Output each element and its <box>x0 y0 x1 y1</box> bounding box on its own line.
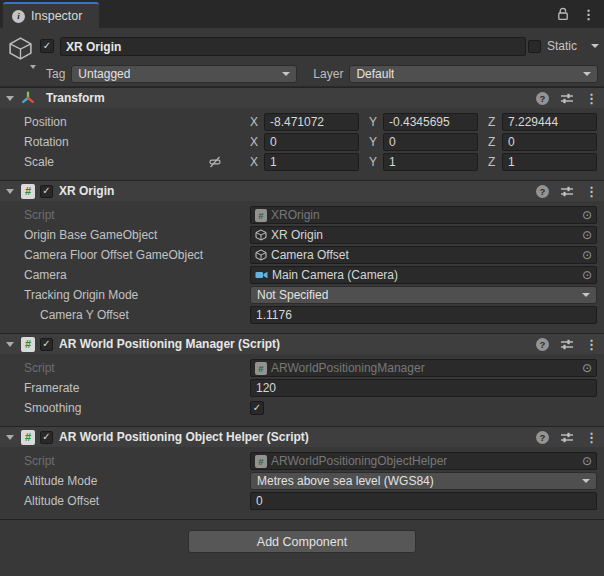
property-label: Script <box>0 361 250 375</box>
tag-label: Tag <box>46 67 65 81</box>
script-object-field[interactable]: # XROrigin ⊙ <box>250 206 597 224</box>
presets-icon[interactable] <box>560 339 574 350</box>
component-enabled-checkbox[interactable]: ✓ <box>40 338 53 351</box>
property-row-script: Script # ARWorldPositioningManager ⊙ <box>0 358 597 378</box>
script-icon: # <box>21 337 35 352</box>
property-label: Smoothing <box>0 401 250 415</box>
object-picker-icon[interactable]: ⊙ <box>582 269 592 281</box>
camera-y-offset-field[interactable] <box>250 306 597 324</box>
axis-z-label: Z <box>488 135 497 149</box>
property-row-framerate: Framerate <box>0 378 597 398</box>
scale-y-field[interactable] <box>383 153 478 171</box>
camera-object-field[interactable]: Main Camera (Camera) ⊙ <box>250 266 597 284</box>
static-dropdown-arrow[interactable] <box>591 44 599 48</box>
smoothing-checkbox[interactable]: ✓ <box>250 401 264 415</box>
property-row-camera-y-offset: Camera Y Offset <box>0 305 597 325</box>
transform-icon <box>20 90 36 106</box>
property-row-altitude-mode: Altitude Mode Metres above sea level (WG… <box>0 471 597 491</box>
kebab-menu-icon[interactable]: ⋮ <box>585 185 598 198</box>
static-checkbox[interactable] <box>528 40 541 53</box>
help-icon[interactable]: ? <box>536 431 549 444</box>
rotation-y-field[interactable] <box>383 133 478 151</box>
position-z-field[interactable] <box>502 113 597 131</box>
static-label: Static <box>547 39 577 53</box>
kebab-menu-icon[interactable]: ⋮ <box>585 92 598 105</box>
presets-icon[interactable] <box>560 432 574 443</box>
scale-x-field[interactable] <box>264 153 359 171</box>
script-object-field[interactable]: # ARWorldPositioningObjectHelper ⊙ <box>250 452 597 470</box>
scale-z-field[interactable] <box>502 153 597 171</box>
add-component-button[interactable]: Add Component <box>188 530 416 553</box>
property-row-script: Script # ARWorldPositioningObjectHelper … <box>0 451 597 471</box>
component-header-wpm[interactable]: # ✓ AR World Positioning Manager (Script… <box>0 334 604 354</box>
axis-x-label: X <box>250 115 259 129</box>
chevron-down-icon <box>282 72 290 76</box>
property-label: Altitude Mode <box>0 474 250 488</box>
gameobject-name-input[interactable] <box>60 37 526 56</box>
layer-label: Layer <box>313 67 343 81</box>
framerate-field[interactable] <box>250 379 597 397</box>
tag-dropdown[interactable]: Untagged <box>71 65 297 83</box>
object-picker-icon[interactable]: ⊙ <box>582 362 592 374</box>
component-enabled-checkbox[interactable]: ✓ <box>40 431 53 444</box>
property-row-camera: Camera Main Camera (Camera) ⊙ <box>0 265 597 285</box>
rotation-z-field[interactable] <box>502 133 597 151</box>
property-label: Origin Base GameObject <box>0 228 250 242</box>
object-picker-icon[interactable]: ⊙ <box>582 455 592 467</box>
camera-floor-offset-object-field[interactable]: Camera Offset ⊙ <box>250 246 597 264</box>
foldout-arrow-icon[interactable] <box>6 435 14 440</box>
property-label: Altitude Offset <box>0 494 250 508</box>
position-x-field[interactable] <box>264 113 359 131</box>
component-title: XR Origin <box>59 184 114 198</box>
property-label: Script <box>0 208 250 222</box>
component-title: Transform <box>46 91 105 105</box>
gameobject-cube-icon[interactable] <box>7 35 34 65</box>
axis-x-label: X <box>250 135 259 149</box>
tab-inspector[interactable]: i Inspector <box>3 2 99 28</box>
component-enabled-checkbox[interactable]: ✓ <box>40 185 53 198</box>
foldout-arrow-icon[interactable] <box>6 96 14 101</box>
object-picker-icon[interactable]: ⊙ <box>582 249 592 261</box>
component-header-wpoh[interactable]: # ✓ AR World Positioning Object Helper (… <box>0 427 604 447</box>
gameobject-cube-icon <box>255 249 267 261</box>
property-row-script: Script # XROrigin ⊙ <box>0 205 597 225</box>
rotation-x-field[interactable] <box>264 133 359 151</box>
object-picker-icon[interactable]: ⊙ <box>582 229 592 241</box>
script-object-field[interactable]: # ARWorldPositioningManager ⊙ <box>250 359 597 377</box>
help-icon[interactable]: ? <box>536 92 549 105</box>
altitude-mode-dropdown[interactable]: Metres above sea level (WGS84) <box>250 472 597 490</box>
camera-icon <box>255 270 268 280</box>
presets-icon[interactable] <box>560 93 574 104</box>
kebab-menu-icon[interactable]: ⋮ <box>582 8 595 21</box>
property-label: Rotation <box>0 135 250 149</box>
presets-icon[interactable] <box>560 186 574 197</box>
position-y-field[interactable] <box>383 113 478 131</box>
layer-dropdown[interactable]: Default <box>349 65 598 83</box>
script-icon: # <box>255 455 267 468</box>
axis-y-label: Y <box>369 155 378 169</box>
kebab-menu-icon[interactable]: ⋮ <box>585 338 598 351</box>
axis-x-label: X <box>250 155 259 169</box>
component-title: AR World Positioning Object Helper (Scri… <box>59 430 309 444</box>
unlinked-scale-icon[interactable] <box>208 155 222 169</box>
component-header-xr-origin[interactable]: # ✓ XR Origin ? ⋮ <box>0 181 604 201</box>
kebab-menu-icon[interactable]: ⋮ <box>585 431 598 444</box>
foldout-arrow-icon[interactable] <box>6 342 14 347</box>
object-picker-icon[interactable]: ⊙ <box>582 209 592 221</box>
property-label: Position <box>0 115 250 129</box>
chevron-down-icon <box>582 479 590 483</box>
altitude-offset-field[interactable] <box>250 492 597 510</box>
component-title: AR World Positioning Manager (Script) <box>59 337 280 351</box>
chevron-down-icon <box>582 293 590 297</box>
tracking-origin-mode-dropdown[interactable]: Not Specified <box>250 286 597 304</box>
help-icon[interactable]: ? <box>536 338 549 351</box>
origin-base-object-field[interactable]: XR Origin ⊙ <box>250 226 597 244</box>
lock-icon[interactable] <box>557 7 569 21</box>
component-header-transform[interactable]: Transform ? ⋮ <box>0 88 604 108</box>
axis-z-label: Z <box>488 155 497 169</box>
gameobject-active-checkbox[interactable]: ✓ <box>40 39 54 53</box>
tab-bar: i Inspector ⋮ <box>0 0 604 28</box>
help-icon[interactable]: ? <box>536 185 549 198</box>
gameobject-icon-dropdown-arrow[interactable] <box>30 65 36 69</box>
foldout-arrow-icon[interactable] <box>6 189 14 194</box>
